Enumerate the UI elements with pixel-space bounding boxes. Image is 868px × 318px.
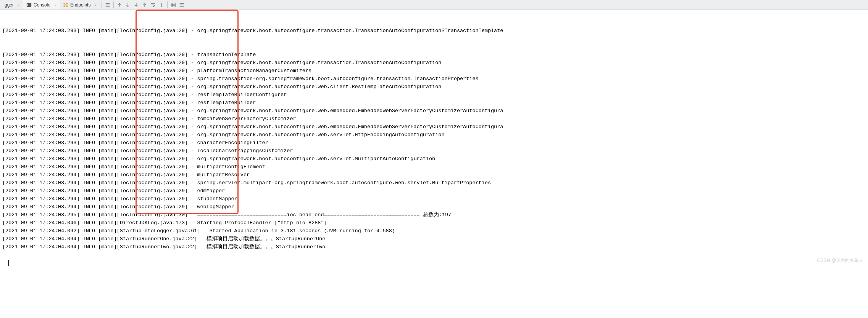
settings-icon[interactable] (177, 1, 186, 9)
log-line: [2021-09-01 17:24:03.293] INFO [main][Io… (2, 83, 866, 91)
log-line: [2021-09-01 17:24:03.294] INFO [main][Io… (2, 179, 866, 187)
pin-icon: → (16, 2, 20, 8)
log-line: [2021-09-01 17:24:04.092] INFO [main][St… (2, 227, 866, 235)
log-line: [2021-09-01 17:24:03.293] INFO [main][Io… (2, 139, 866, 147)
divider (102, 2, 102, 8)
log-line: [2021-09-01 17:24:03.294] INFO [main][Io… (2, 195, 866, 203)
log-line: [2021-09-01 17:24:03.293] INFO [main][Io… (2, 99, 866, 107)
log-line: [2021-09-01 17:24:03.293] INFO [main][Io… (2, 59, 866, 67)
grid-icon[interactable] (169, 1, 177, 9)
pin-icon: → (52, 2, 57, 8)
arrow-down-bar-icon[interactable] (132, 1, 140, 9)
arrow-down-icon[interactable] (124, 1, 132, 9)
log-line: [2021-09-01 17:24:03.293] INFO [main][Io… (2, 75, 866, 83)
pin-icon: → (92, 2, 97, 8)
console-icon (26, 2, 32, 8)
log-line: [2021-09-01 17:24:03.293] INFO [main][Io… (2, 107, 866, 115)
wrap-icon[interactable] (149, 1, 157, 9)
tab-debugger[interactable]: gger → (2, 0, 23, 10)
cursor-icon[interactable] (157, 1, 166, 9)
endpoints-label: Endpoints (70, 2, 90, 8)
log-line: [2021-09-01 17:24:03.295] INFO [main][Io… (2, 211, 866, 219)
text-cursor (8, 260, 9, 266)
debugger-label: gger (5, 2, 14, 8)
log-line: [2021-09-01 17:24:03.294] INFO [main][Io… (2, 187, 866, 195)
log-line: [2021-09-01 17:24:04.094] INFO [main][St… (2, 243, 866, 251)
console-output[interactable]: [2021-09-01 17:24:03.293] INFO [main][Io… (0, 10, 868, 268)
svg-rect-5 (171, 3, 176, 7)
arrow-up-icon[interactable] (115, 1, 124, 9)
toolbar: gger → Console → Endpoints → (0, 0, 868, 10)
arrow-up-bar-icon[interactable] (140, 1, 149, 9)
log-line: [2021-09-01 17:24:03.293] INFO [main][Io… (2, 67, 866, 75)
console-label: Console (34, 2, 50, 8)
divider (113, 2, 114, 8)
toggle-list-icon[interactable] (103, 1, 112, 9)
log-line: [2021-09-01 17:24:03.293] INFO [main][Io… (2, 123, 866, 131)
log-line: [2021-09-01 17:24:03.294] INFO [main][Io… (2, 171, 866, 179)
log-line: [2021-09-01 17:24:03.293] INFO [main][Io… (2, 91, 866, 99)
log-line: [2021-09-01 17:24:03.293] INFO [main][Io… (2, 27, 866, 35)
log-line: [2021-09-01 17:24:03.293] INFO [main][Io… (2, 147, 866, 155)
log-line: [2021-09-01 17:24:04.094] INFO [main][St… (2, 235, 866, 243)
log-line: [2021-09-01 17:24:03.293] INFO [main][Io… (2, 155, 866, 163)
endpoints-icon (63, 2, 68, 8)
log-line: [2021-09-01 17:24:04.046] INFO [main][Di… (2, 219, 866, 227)
svg-rect-0 (27, 3, 31, 7)
divider (167, 2, 168, 8)
tab-endpoints[interactable]: Endpoints → (60, 0, 100, 10)
tab-console[interactable]: Console → (23, 0, 60, 10)
log-line: [2021-09-01 17:24:03.293] INFO [main][Io… (2, 163, 866, 171)
log-line: [2021-09-01 17:24:03.293] INFO [main][Io… (2, 51, 866, 59)
log-line: [2021-09-01 17:24:03.293] INFO [main][Io… (2, 131, 866, 139)
log-line: [2021-09-01 17:24:03.294] INFO [main][Io… (2, 203, 866, 211)
log-line: [2021-09-01 17:24:03.293] INFO [main][Io… (2, 115, 866, 123)
